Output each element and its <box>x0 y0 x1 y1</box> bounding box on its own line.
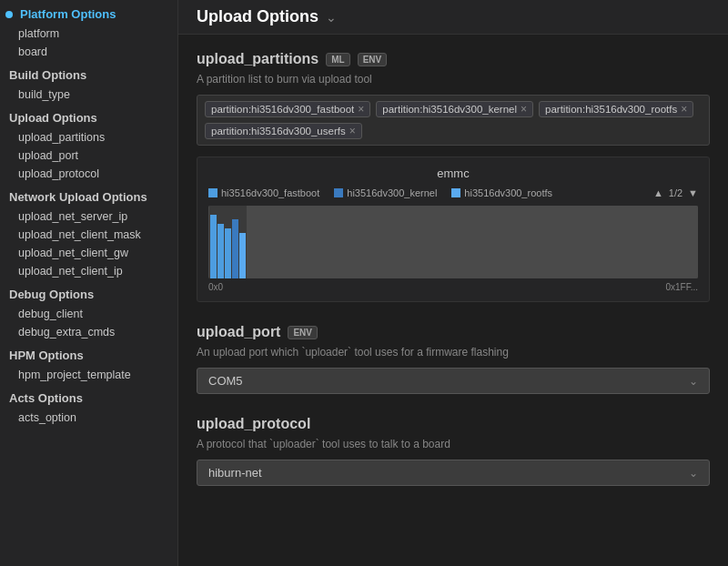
sidebar-section-platform-options[interactable]: Platform Options <box>0 0 177 25</box>
header-chevron-icon[interactable]: ⌄ <box>326 10 337 25</box>
sidebar-item-upload_port[interactable]: upload_port <box>0 147 177 165</box>
upload-protocol-desc: A protocol that `uploader` tool uses to … <box>197 438 710 450</box>
sidebar-section-upload-options[interactable]: Upload Options <box>0 104 177 128</box>
upload-partitions-tags: partition:hi3516dv300_fastboot × partiti… <box>197 95 710 146</box>
sidebar-section-debug-options[interactable]: Debug Options <box>0 280 177 305</box>
sidebar-section-network-upload-options[interactable]: Network Upload Options <box>0 183 177 207</box>
sidebar-item-upload_net_client_ip[interactable]: upload_net_client_ip <box>0 262 177 280</box>
sidebar-item-hpm_project_template[interactable]: hpm_project_template <box>0 366 177 384</box>
tag-kernel-close[interactable]: × <box>521 104 527 115</box>
chart-bars-svg <box>208 206 698 278</box>
page-title: Upload Options <box>197 7 318 26</box>
fastboot-legend-icon <box>208 188 217 197</box>
svg-rect-10 <box>247 206 698 278</box>
sidebar-item-debug_extra_cmds[interactable]: debug_extra_cmds <box>0 323 177 341</box>
sidebar-item-upload_partitions[interactable]: upload_partitions <box>0 128 177 147</box>
chart-axis-start: 0x0 <box>208 282 223 292</box>
upload-protocol-title-row: upload_protocol <box>197 416 710 432</box>
sidebar-item-upload_protocol[interactable]: upload_protocol <box>0 165 177 183</box>
svg-rect-8 <box>232 219 238 278</box>
sidebar-item-upload_net_server_ip[interactable]: upload_net_server_ip <box>0 207 177 226</box>
chart-axis-end: 0x1FF... <box>665 282 698 292</box>
emmc-chart: emmc hi3516dv300_fastboot hi3516dv300_ke… <box>197 157 710 302</box>
upload-port-value: COM5 <box>208 374 243 388</box>
tag-kernel: partition:hi3516dv300_kernel × <box>376 101 533 117</box>
badge-env: ENV <box>358 53 388 66</box>
chart-page: 1/2 <box>669 187 682 198</box>
chart-title: emmc <box>208 167 698 180</box>
active-dot <box>5 11 13 18</box>
upload-port-chevron-icon: ⌄ <box>689 375 698 388</box>
upload-partitions-desc: A partition list to burn via upload tool <box>197 73 710 86</box>
svg-rect-2 <box>451 188 460 197</box>
content-area: upload_partitions ML ENV A partition lis… <box>178 35 728 524</box>
sidebar-section-build-options[interactable]: Build Options <box>0 61 177 86</box>
rootfs-legend-icon <box>451 188 460 197</box>
upload-port-desc: An upload port which `uploader` tool use… <box>197 346 710 359</box>
main-content: Upload Options ⌄ upload_partitions ML EN… <box>178 0 728 566</box>
tag-fastboot: partition:hi3516dv300_fastboot × <box>205 101 370 117</box>
tag-rootfs-close[interactable]: × <box>681 104 687 115</box>
sidebar-item-platform[interactable]: platform <box>0 25 177 43</box>
sidebar-item-acts_option[interactable]: acts_option <box>0 409 177 427</box>
upload-partitions-label: upload_partitions <box>197 51 318 67</box>
chart-legend: hi3516dv300_fastboot hi3516dv300_kernel … <box>208 187 698 198</box>
tag-rootfs: partition:hi3516dv300_rootfs × <box>539 101 693 117</box>
chart-axis-row: 0x0 0x1FF... <box>208 282 698 292</box>
sidebar: Platform Options platform board Build Op… <box>0 0 178 566</box>
sidebar-section-hpm-options[interactable]: HPM Options <box>0 341 177 366</box>
svg-rect-1 <box>334 188 343 197</box>
kernel-legend-icon <box>334 188 343 197</box>
tag-fastboot-close[interactable]: × <box>358 104 364 115</box>
svg-rect-7 <box>225 228 231 278</box>
upload-port-section: upload_port ENV An upload port which `up… <box>197 324 710 394</box>
sidebar-item-build_type[interactable]: build_type <box>0 86 177 104</box>
chart-nav: ▲ 1/2 ▼ <box>653 187 698 198</box>
legend-fastboot: hi3516dv300_fastboot <box>208 187 319 198</box>
sidebar-item-upload_net_client_mask[interactable]: upload_net_client_mask <box>0 226 177 244</box>
upload-protocol-chevron-icon: ⌄ <box>689 467 698 480</box>
chart-nav-prev[interactable]: ▲ <box>653 187 663 198</box>
main-header: Upload Options ⌄ <box>178 0 728 35</box>
legend-kernel: hi3516dv300_kernel <box>334 187 437 198</box>
tag-userfs-close[interactable]: × <box>349 126 356 136</box>
svg-rect-6 <box>217 224 224 278</box>
svg-rect-0 <box>208 188 217 197</box>
chart-bar-area <box>208 206 698 278</box>
upload-partitions-section: upload_partitions ML ENV A partition lis… <box>197 51 710 302</box>
svg-rect-9 <box>239 233 246 278</box>
legend-rootfs: hi3516dv300_rootfs <box>451 187 552 198</box>
badge-ml: ML <box>326 53 349 66</box>
chart-nav-next[interactable]: ▼ <box>688 187 698 198</box>
upload-port-title-row: upload_port ENV <box>197 324 710 340</box>
tag-userfs: partition:hi3516dv300_userfs × <box>205 123 362 139</box>
sidebar-section-acts-options[interactable]: Acts Options <box>0 384 177 409</box>
upload-partitions-title-row: upload_partitions ML ENV <box>197 51 710 67</box>
upload-port-select[interactable]: COM5 ⌄ <box>197 368 710 394</box>
svg-rect-5 <box>210 215 217 278</box>
sidebar-item-upload_net_client_gw[interactable]: upload_net_client_gw <box>0 244 177 262</box>
sidebar-item-board[interactable]: board <box>0 43 177 61</box>
upload-protocol-select[interactable]: hiburn-net ⌄ <box>197 460 710 486</box>
sidebar-item-debug_client[interactable]: debug_client <box>0 305 177 323</box>
upload-port-badge: ENV <box>288 326 318 339</box>
upload-protocol-label: upload_protocol <box>197 416 310 432</box>
upload-protocol-value: hiburn-net <box>208 466 262 480</box>
upload-protocol-section: upload_protocol A protocol that `uploade… <box>197 416 710 486</box>
upload-port-label: upload_port <box>197 324 280 340</box>
sidebar-section-platform-options-label: Platform Options <box>20 7 116 21</box>
